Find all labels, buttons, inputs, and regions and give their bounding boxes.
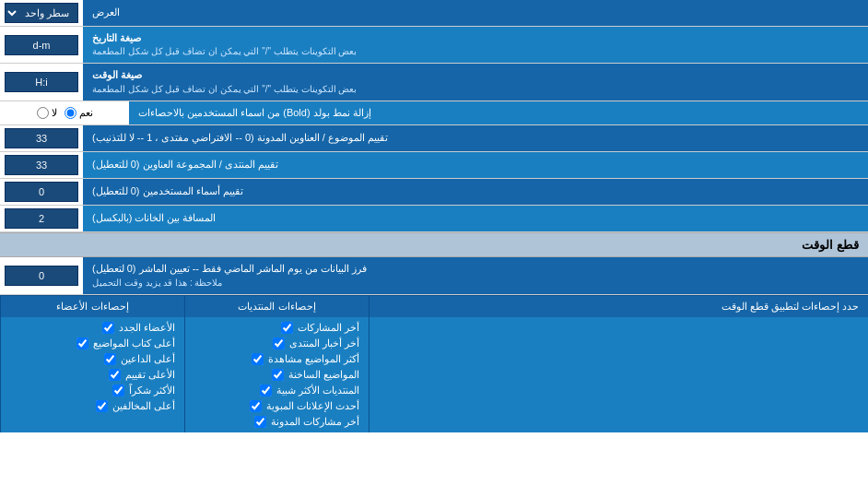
stats-col1-item-1-label: أخر أخبار المنتدى [289,337,359,349]
radio-no-label: لا [37,107,57,119]
stats-col2: الأعضاء الجدد أعلى كتاب المواضيع أعلى ال… [0,317,184,432]
cutoff-input-cell [0,257,83,293]
gap-columns-input[interactable] [5,208,78,229]
display-mode-row: العرض سطر واحد سطران [0,0,868,27]
date-format-note: بعض التكوينات يتطلب "/" التي يمكن ان تضا… [92,45,357,58]
stats-col2-item-2-checkbox[interactable] [104,353,116,365]
gap-columns-input-cell [0,206,83,231]
stats-col2-item-5-checkbox[interactable] [96,400,108,412]
stats-items-row: أخر المشاركات أخر أخبار المنتدى أكثر الم… [0,317,868,432]
time-format-row: صيغة الوقت بعض التكوينات يتطلب "/" التي … [0,64,868,101]
stats-col1-item-4: المنتديات الأكثر شبية [190,383,364,398]
time-format-note: بعض التكوينات يتطلب "/" التي يمكن ان تضا… [92,83,357,96]
stats-col1-item-3-checkbox[interactable] [272,369,284,381]
cutoff-input[interactable] [5,266,78,286]
sort-subjects-label: تقييم الموضوع / العناوين المدونة (0 -- ا… [83,125,868,151]
stats-section: حدد إحصاءات لتطبيق قطع الوقت إحصاءات الم… [0,295,868,432]
stats-col2-item-0: الأعضاء الجدد [6,320,180,336]
gap-columns-label: المسافة بين الخانات (بالبكسل) [83,206,868,231]
stats-col1-item-6-label: أخر مشاركات المدونة [271,416,359,428]
stats-col1-item-0-label: أخر المشاركات [298,322,359,334]
section-cutoff-header: قطع الوقت [0,232,868,257]
remove-bold-row: إزالة نمط بولد (Bold) من اسماء المستخدمي… [0,101,868,125]
stats-col1-item-0: أخر المشاركات [190,320,364,336]
stats-col2-item-2-label: أعلى الداعين [121,353,175,365]
cutoff-row: فرز البيانات من يوم الماشر الماضي فقط --… [0,257,868,294]
stats-col2-item-3-checkbox[interactable] [109,369,121,381]
gap-columns-row: المسافة بين الخانات (بالبكسل) [0,206,868,232]
sort-forum-label: تقييم المنتدى / المجموعة العناوين (0 للت… [83,152,868,178]
stats-col2-item-3-label: الأعلى تقييم [125,369,175,381]
sort-users-input-cell [0,179,83,205]
stats-limit-label: حدد إحصاءات لتطبيق قطع الوقت [369,296,868,317]
stats-col1-item-2-label: أكثر المواضيع مشاهدة [268,353,359,365]
stats-col1-item-5: أحدث الإعلانات المبوية [190,398,364,414]
sort-forum-input-cell [0,152,83,178]
stats-col1-item-6-checkbox[interactable] [254,416,266,428]
stats-col1-item-4-label: المنتديات الأكثر شبية [276,385,359,396]
radio-yes-text: نعم [79,107,93,119]
stats-col1-item-3: المواضيع الساخنة [190,367,364,383]
date-format-input-cell [0,27,83,63]
time-format-title: صيغة الوقت [92,68,142,82]
stats-col2-item-1-label: أعلى كتاب المواضيع [93,337,175,349]
sort-forum-row: تقييم المنتدى / المجموعة العناوين (0 للت… [0,152,868,179]
stats-col1-item-6: أخر مشاركات المدونة [190,414,364,430]
sort-subjects-input[interactable] [5,128,78,148]
stats-col1: أخر المشاركات أخر أخبار المنتدى أكثر الم… [184,317,369,432]
stats-col2-item-2: أعلى الداعين [6,351,180,367]
display-mode-select[interactable]: سطر واحد سطران [5,3,78,23]
stats-col2-item-4: الأكثر شكراً [6,383,180,398]
radio-no[interactable] [37,107,49,119]
stats-col1-item-2: أكثر المواضيع مشاهدة [190,351,364,367]
stats-col1-item-4-checkbox[interactable] [260,385,272,396]
sort-users-input[interactable] [5,182,78,202]
sort-subjects-input-cell [0,125,83,151]
sort-users-row: تقييم أسماء المستخدمين (0 للتعطيل) [0,179,868,206]
sort-users-label: تقييم أسماء المستخدمين (0 للتعطيل) [83,179,868,205]
stats-col1-header: إحصاءات المنتديات [184,296,369,317]
time-format-label: صيغة الوقت بعض التكوينات يتطلب "/" التي … [83,64,868,100]
stats-col1-item-2-checkbox[interactable] [252,353,264,365]
cutoff-main-text: فرز البيانات من يوم الماشر الماضي فقط --… [92,262,367,276]
stats-col1-item-1: أخر أخبار المنتدى [190,336,364,351]
stats-col2-item-0-checkbox[interactable] [102,322,114,334]
stats-col2-item-4-checkbox[interactable] [112,385,124,396]
date-format-label: صيغة التاريخ بعض التكوينات يتطلب "/" الت… [83,27,868,63]
stats-col2-item-4-label: الأكثر شكراً [129,385,175,396]
stats-col2-item-3: الأعلى تقييم [6,367,180,383]
stats-col2-header: إحصاءات الأعضاء [0,296,184,317]
stats-col1-item-5-checkbox[interactable] [250,400,262,412]
time-format-input[interactable] [5,72,78,92]
date-format-title: صيغة التاريخ [92,31,141,45]
stats-col2-item-0-label: الأعضاء الجدد [119,322,175,334]
cutoff-label: فرز البيانات من يوم الماشر الماضي فقط --… [83,257,868,293]
remove-bold-label: إزالة نمط بولد (Bold) من اسماء المستخدمي… [129,101,868,124]
stats-col1-item-5-label: أحدث الإعلانات المبوية [266,400,359,412]
display-mode-input-cell: سطر واحد سطران [0,0,83,26]
cutoff-note: ملاحظة : هذا قد يزيد وقت التحميل [92,277,222,290]
remove-bold-radio-cell: نعم لا [0,101,129,124]
stats-col2-item-5: أعلى المخالفين [6,398,180,414]
stats-col1-item-0-checkbox[interactable] [281,322,293,334]
radio-yes-label: نعم [65,107,93,119]
date-format-row: صيغة التاريخ بعض التكوينات يتطلب "/" الت… [0,27,868,64]
stats-empty [369,317,868,432]
stats-col2-item-1: أعلى كتاب المواضيع [6,336,180,351]
stats-col1-item-1-checkbox[interactable] [273,337,285,349]
sort-forum-input[interactable] [5,155,78,175]
stats-col2-item-5-label: أعلى المخالفين [112,400,175,412]
sort-subjects-row: تقييم الموضوع / العناوين المدونة (0 -- ا… [0,125,868,152]
time-format-input-cell [0,64,83,100]
stats-header-row: حدد إحصاءات لتطبيق قطع الوقت إحصاءات الم… [0,296,868,317]
date-format-input[interactable] [5,35,78,55]
stats-col1-item-3-label: المواضيع الساخنة [288,369,359,381]
stats-col2-item-1-checkbox[interactable] [76,337,88,349]
radio-yes[interactable] [65,107,76,119]
section-cutoff-title: قطع الوقت [802,238,859,252]
radio-no-text: لا [52,107,57,119]
display-mode-label: العرض [83,0,868,26]
